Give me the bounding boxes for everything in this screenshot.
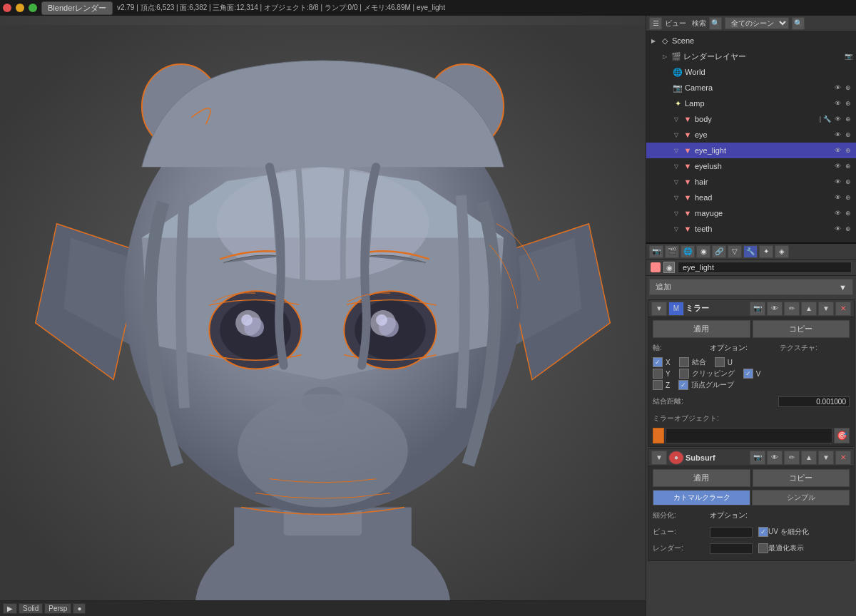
outliner-extra-btn[interactable]: 🔍 [792,17,805,30]
restrict-icon[interactable]: ⊕ [843,98,853,108]
scene-dropdown[interactable]: 全てのシーン [725,17,789,29]
prop-material-btn[interactable]: 🔧 [743,245,758,258]
mirror-x-checkbox[interactable]: ✓ [653,357,663,367]
mirror-u-checkbox[interactable] [715,357,725,367]
catmull-tab[interactable]: カトマルクラーク [653,490,750,505]
hide-icon[interactable]: 👁 [832,130,842,140]
hide-icon[interactable]: 👁 [832,145,842,155]
mirror-collapse-btn[interactable]: ▼ [651,302,667,316]
restrict-render-icon[interactable]: 📷 [843,51,853,61]
viewport-layers-btn[interactable]: ● [73,603,86,614]
hide-icon[interactable]: 👁 [832,177,842,187]
viewport-persp-btn[interactable]: Persp [44,603,71,614]
optimal-checkbox[interactable] [758,543,768,553]
subsurf-render-btn[interactable]: 📷 [750,451,765,465]
subsurf-down-btn[interactable]: ▼ [818,451,834,465]
mirror-render-btn[interactable]: 📷 [750,302,765,316]
restrict-icon[interactable]: ⊕ [843,145,853,155]
hide-icon[interactable]: 👁 [832,98,842,108]
outliner-item-scene[interactable]: ▶ ◇ Scene [646,33,856,48]
restrict-icon[interactable]: ⊕ [843,208,853,218]
add-modifier-btn[interactable]: 追加 ▼ [649,279,853,295]
tree-arrow: ▷ [661,52,669,61]
restrict-icon[interactable]: ⊕ [843,192,853,202]
render-value-input[interactable]: 0 [710,543,753,554]
add-modifier-label: 追加 [656,282,671,292]
eye-light-actions: 👁 ⊕ [832,145,853,155]
mirror-apply-btn[interactable]: 適用 [653,320,750,338]
object-name-field[interactable]: eye_light [678,262,852,273]
mirror-obj-pick-btn[interactable]: 🎯 [834,428,850,443]
mirror-z-checkbox[interactable] [653,380,663,390]
hide-icon[interactable]: 👁 [832,208,842,218]
mirror-copy-btn[interactable]: コピー [753,320,850,338]
restrict-icon[interactable]: ⊕ [843,114,853,124]
outliner-item-head[interactable]: ▽ ▼ head 👁 ⊕ [646,190,856,205]
outliner-item-eye[interactable]: ▽ ▼ eye 👁 ⊕ [646,127,856,143]
subdivide-label: 細分化: [653,510,710,520]
hide-icon[interactable]: 👁 [832,161,842,171]
uv-subdivide-checkbox[interactable]: ✓ [758,527,768,537]
outliner-search-btn[interactable]: 🔍 [709,17,722,30]
restrict-icon[interactable]: ⊕ [843,83,853,93]
prop-particles-btn[interactable]: ✦ [759,245,773,258]
prop-render-btn[interactable]: 📷 [649,245,663,258]
outliner-view-btn[interactable]: ☰ [649,17,662,30]
mirror-obj-input[interactable] [666,428,832,443]
outliner-item-mayuge[interactable]: ▽ ▼ mayuge 👁 ⊕ [646,205,856,221]
prop-world-btn[interactable]: 🌐 [681,245,695,258]
hide-icon[interactable]: 👁 [832,83,842,93]
restrict-icon[interactable]: ⊕ [843,224,853,234]
viewport-shading-btn[interactable]: Solid [19,603,43,614]
outliner-item-lamp[interactable]: ✦ Lamp 👁 ⊕ [646,96,856,111]
prop-object-btn[interactable]: ◉ [696,245,710,258]
outliner-item-camera[interactable]: 📷 Camera 👁 ⊕ [646,80,856,96]
mirror-merge-checkbox[interactable] [679,357,689,367]
outliner-item-teeth[interactable]: ▽ ▼ teeth 👁 ⊕ [646,221,856,237]
outliner-item-body[interactable]: ▽ ▼ body | 🔧 👁 ⊕ [646,111,856,127]
outliner-item-hair[interactable]: ▽ ▼ hair 👁 ⊕ [646,174,856,190]
subsurf-enabled-btn[interactable]: ● [668,451,684,465]
viewport-3d[interactable]: ▶ Solid Persp ● [0,16,646,616]
restrict-icon[interactable]: ⊕ [843,177,853,187]
mirror-eye-btn[interactable]: 👁 [767,302,783,316]
mirror-u-label: U [728,359,733,366]
outliner-item-eye-light[interactable]: ▽ ▼ eye_light 👁 ⊕ [646,143,856,158]
app-name-dropdown[interactable]: Blenderレンダー [41,1,113,15]
restrict-icon[interactable]: ⊕ [843,161,853,171]
mirror-edit-btn[interactable]: ✏ [784,302,800,316]
prop-constraints-btn[interactable]: 🔗 [712,245,726,258]
mirror-delete-btn[interactable]: ✕ [835,302,851,316]
restrict-icon[interactable]: ⊕ [843,130,853,140]
view-value-input[interactable]: 0 [710,527,753,538]
outliner-item-renderlayer[interactable]: ▷ 🎬 レンダーレイヤー 📷 [646,48,856,64]
body-icon2[interactable]: 🔧 [822,114,832,124]
mirror-y-checkbox[interactable] [653,369,663,379]
outliner-item-eyelush[interactable]: ▽ ▼ eyelush 👁 ⊕ [646,158,856,174]
minimize-btn[interactable] [16,4,24,12]
hide-icon[interactable]: 👁 [832,192,842,202]
hide-icon[interactable]: 👁 [832,114,842,124]
mirror-up-btn[interactable]: ▲ [801,302,817,316]
subsurf-up-btn[interactable]: ▲ [801,451,817,465]
prop-scene-btn[interactable]: 🎬 [665,245,679,258]
prop-data-btn[interactable]: ▽ [728,245,742,258]
outliner-item-world[interactable]: 🌐 World [646,64,856,80]
merge-dist-input[interactable] [778,396,850,407]
subsurf-collapse-btn[interactable]: ▼ [651,451,667,465]
subsurf-apply-btn[interactable]: 適用 [653,469,750,487]
mirror-down-btn[interactable]: ▼ [818,302,834,316]
mirror-vgroup-checkbox[interactable]: ✓ [678,380,688,390]
simple-tab[interactable]: シンプル [752,490,850,505]
subsurf-eye-btn[interactable]: 👁 [767,451,783,465]
subsurf-copy-btn[interactable]: コピー [753,469,850,487]
maximize-btn[interactable] [29,4,37,12]
hide-icon[interactable]: 👁 [832,224,842,234]
close-btn[interactable] [3,4,11,12]
subsurf-delete-btn[interactable]: ✕ [835,451,851,465]
mirror-v-checkbox[interactable]: ✓ [743,369,753,379]
viewport-mode-btn[interactable]: ▶ [3,603,17,614]
mirror-clip-checkbox[interactable] [679,369,689,379]
prop-physics-btn[interactable]: ◈ [775,245,789,258]
subsurf-edit-btn[interactable]: ✏ [784,451,800,465]
